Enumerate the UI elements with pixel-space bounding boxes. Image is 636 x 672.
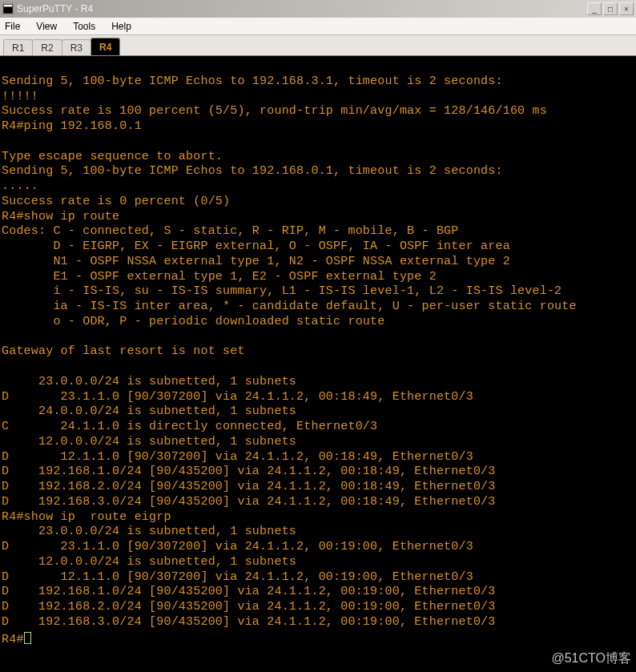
- tab-r1[interactable]: R1: [3, 39, 33, 55]
- terminal-line: D 23.1.1.0 [90/307200] via 24.1.1.2, 00:…: [2, 390, 634, 405]
- terminal-line: 23.0.0.0/24 is subnetted, 1 subnets: [2, 525, 634, 540]
- maximize-button[interactable]: □: [603, 2, 618, 15]
- terminal-line: D 12.1.1.0 [90/307200] via 24.1.1.2, 00:…: [2, 450, 634, 465]
- terminal-cursor: [24, 632, 31, 644]
- close-button[interactable]: ×: [619, 2, 634, 15]
- terminal-line: 24.0.0.0/24 is subnetted, 1 subnets: [2, 404, 634, 420]
- svg-rect-1: [4, 5, 13, 7]
- terminal-line: [2, 135, 634, 150]
- terminal-line: [2, 330, 634, 345]
- terminal-prompt-line: R4#: [2, 630, 634, 648]
- menu-help[interactable]: Help: [111, 21, 131, 32]
- terminal-line: Codes: C - connected, S - static, R - RI…: [2, 224, 634, 239]
- terminal-line: D 192.168.2.0/24 [90/435200] via 24.1.1.…: [2, 480, 634, 495]
- terminal-line: Success rate is 0 percent (0/5): [2, 195, 634, 210]
- terminal-line: D 192.168.1.0/24 [90/435200] via 24.1.1.…: [2, 465, 634, 480]
- terminal-line: D 192.168.2.0/24 [90/435200] via 24.1.1.…: [2, 600, 634, 615]
- tab-r4[interactable]: R4: [91, 38, 120, 55]
- terminal-line: o - ODR, P - periodic downloaded static …: [2, 315, 634, 330]
- terminal-line: D 12.1.1.0 [90/307200] via 24.1.1.2, 00:…: [2, 570, 634, 585]
- terminal-line: D 192.168.1.0/24 [90/435200] via 24.1.1.…: [2, 585, 634, 600]
- terminal-line: !!!!!: [2, 90, 634, 105]
- menu-file[interactable]: File: [5, 21, 20, 32]
- terminal-line: D - EIGRP, EX - EIGRP external, O - OSPF…: [2, 239, 634, 255]
- terminal-line: R4#ping 192.168.0.1: [2, 119, 634, 135]
- terminal-line: Sending 5, 100-byte ICMP Echos to 192.16…: [2, 74, 634, 90]
- terminal-line: 23.0.0.0/24 is subnetted, 1 subnets: [2, 375, 634, 390]
- terminal-line: D 192.168.3.0/24 [90/435200] via 24.1.1.…: [2, 495, 634, 510]
- minimize-button[interactable]: _: [587, 2, 602, 15]
- terminal-line: Type escape sequence to abort.: [2, 150, 634, 165]
- window-title: SuperPuTTY - R4: [17, 3, 587, 14]
- tab-r2[interactable]: R2: [32, 39, 62, 55]
- terminal-line: R4#show ip route: [2, 210, 634, 225]
- terminal-output[interactable]: Sending 5, 100-byte ICMP Echos to 192.16…: [0, 56, 636, 672]
- terminal-line: 12.0.0.0/24 is subnetted, 1 subnets: [2, 555, 634, 570]
- menu-bar: File View Tools Help: [0, 18, 636, 35]
- title-bar: SuperPuTTY - R4 _ □ ×: [0, 0, 636, 18]
- terminal-line: C 24.1.1.0 is directly connected, Ethern…: [2, 420, 634, 435]
- terminal-line: .....: [2, 179, 634, 195]
- terminal-line: i - IS-IS, su - IS-IS summary, L1 - IS-I…: [2, 284, 634, 300]
- terminal-line: D 192.168.3.0/24 [90/435200] via 24.1.1.…: [2, 615, 634, 630]
- tab-bar: R1 R2 R3 R4: [0, 35, 636, 56]
- watermark: @51CTO博客: [551, 650, 631, 667]
- tab-r3[interactable]: R3: [62, 39, 91, 55]
- terminal-line: N1 - OSPF NSSA external type 1, N2 - OSP…: [2, 255, 634, 270]
- terminal-line: [2, 59, 634, 74]
- terminal-line: Gateway of last resort is not set: [2, 344, 634, 360]
- terminal-line: [2, 360, 634, 375]
- terminal-prompt: R4#: [2, 633, 24, 646]
- terminal-line: Sending 5, 100-byte ICMP Echos to 192.16…: [2, 164, 634, 179]
- terminal-line: ia - IS-IS inter area, * - candidate def…: [2, 300, 634, 315]
- app-icon: [2, 3, 14, 14]
- terminal-line: 12.0.0.0/24 is subnetted, 1 subnets: [2, 435, 634, 450]
- title-controls: _ □ ×: [587, 2, 634, 15]
- terminal-line: R4#show ip route eigrp: [2, 510, 634, 525]
- terminal-line: E1 - OSPF external type 1, E2 - OSPF ext…: [2, 270, 634, 285]
- terminal-line: Success rate is 100 percent (5/5), round…: [2, 104, 634, 119]
- menu-view[interactable]: View: [36, 21, 57, 32]
- menu-tools[interactable]: Tools: [73, 21, 95, 32]
- terminal-line: D 23.1.1.0 [90/307200] via 24.1.1.2, 00:…: [2, 540, 634, 555]
